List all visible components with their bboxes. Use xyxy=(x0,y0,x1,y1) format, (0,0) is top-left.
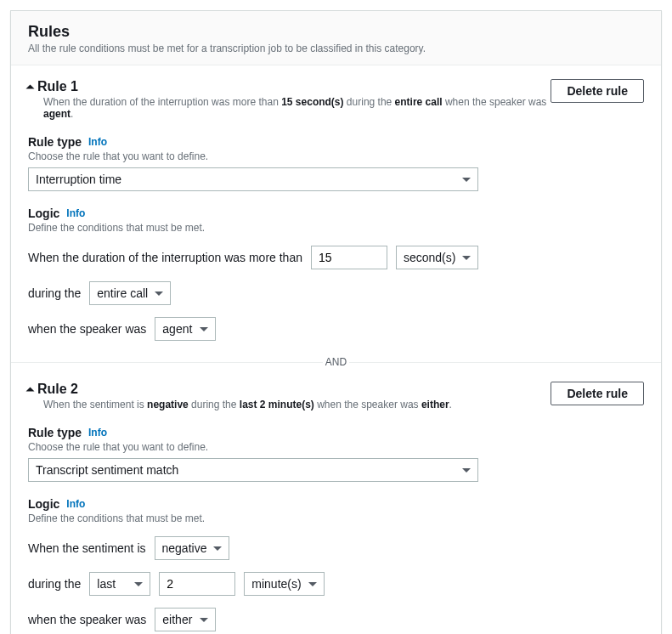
rule-2-scope-select[interactable]: last xyxy=(89,572,150,596)
panel-header: Rules All the rule conditions must be me… xyxy=(11,11,661,65)
rule-2-scope-num-input[interactable] xyxy=(159,572,235,596)
rule-type-info-link[interactable]: Info xyxy=(88,427,107,439)
collapse-icon[interactable] xyxy=(26,388,35,392)
rule-2-summary: When the sentiment is negative during th… xyxy=(28,399,551,410)
rule-1-type-select[interactable]: Interruption time xyxy=(28,167,478,191)
panel-title: Rules xyxy=(28,23,644,41)
and-separator: AND xyxy=(11,356,661,368)
rule-1-summary: When the duration of the interruption wa… xyxy=(28,96,551,120)
chevron-down-icon xyxy=(200,327,208,331)
rule-2-title: Rule 2 xyxy=(37,382,78,397)
rule-1-title: Rule 1 xyxy=(37,79,78,94)
rule-1-unit-select[interactable]: second(s) xyxy=(396,246,478,269)
rule-2-speaker-select[interactable]: either xyxy=(155,608,216,631)
rule-1-during-label: during the xyxy=(28,286,81,300)
rule-1-type-value: Interruption time xyxy=(36,173,121,186)
logic-label: Logic Info xyxy=(28,497,644,511)
rules-panel: Rules All the rule conditions must be me… xyxy=(10,10,662,634)
chevron-down-icon xyxy=(462,256,471,260)
delete-rule-2-button[interactable]: Delete rule xyxy=(551,382,644,405)
delete-rule-1-button[interactable]: Delete rule xyxy=(551,79,644,103)
rule-2: Rule 2 When the sentiment is negative du… xyxy=(11,368,661,631)
chevron-down-icon xyxy=(200,618,208,622)
rule-2-sentiment-select[interactable]: negative xyxy=(155,536,230,560)
logic-info-link[interactable]: Info xyxy=(66,207,85,219)
rule-2-sentiment-label: When the sentiment is xyxy=(28,541,146,555)
rule-2-type-value: Transcript sentiment match xyxy=(36,463,178,477)
rule-2-type-select[interactable]: Transcript sentiment match xyxy=(28,458,478,482)
rule-1: Rule 1 When the duration of the interrup… xyxy=(11,65,661,341)
rule-type-info-link[interactable]: Info xyxy=(88,136,107,148)
rule-1-scope-select[interactable]: entire call xyxy=(89,281,171,305)
chevron-down-icon xyxy=(213,546,222,551)
chevron-down-icon xyxy=(462,178,471,182)
rule-type-sub: Choose the rule that you want to define. xyxy=(28,441,644,453)
rule-1-duration-label: When the duration of the interruption wa… xyxy=(28,251,302,264)
chevron-down-icon xyxy=(462,468,471,473)
chevron-down-icon xyxy=(308,582,317,586)
rule-2-scope-unit-select[interactable]: minute(s) xyxy=(244,572,324,596)
logic-sub: Define the conditions that must be met. xyxy=(28,512,644,524)
collapse-icon[interactable] xyxy=(26,85,35,89)
rule-type-sub: Choose the rule that you want to define. xyxy=(28,150,644,162)
rule-1-duration-input[interactable] xyxy=(311,246,387,269)
rule-2-speaker-label: when the speaker was xyxy=(28,613,146,626)
logic-info-link[interactable]: Info xyxy=(66,498,85,510)
rule-type-label: Rule type Info xyxy=(28,135,644,149)
rule-1-speaker-label: when the speaker was xyxy=(28,322,146,336)
rule-type-label: Rule type Info xyxy=(28,426,644,439)
rule-1-speaker-select[interactable]: agent xyxy=(155,317,216,341)
chevron-down-icon xyxy=(155,292,163,296)
chevron-down-icon xyxy=(134,582,143,586)
logic-sub: Define the conditions that must be met. xyxy=(28,222,644,234)
panel-subtitle: All the rule conditions must be met for … xyxy=(28,42,644,54)
rule-2-during-label: during the xyxy=(28,577,81,591)
logic-label: Logic Info xyxy=(28,207,644,220)
